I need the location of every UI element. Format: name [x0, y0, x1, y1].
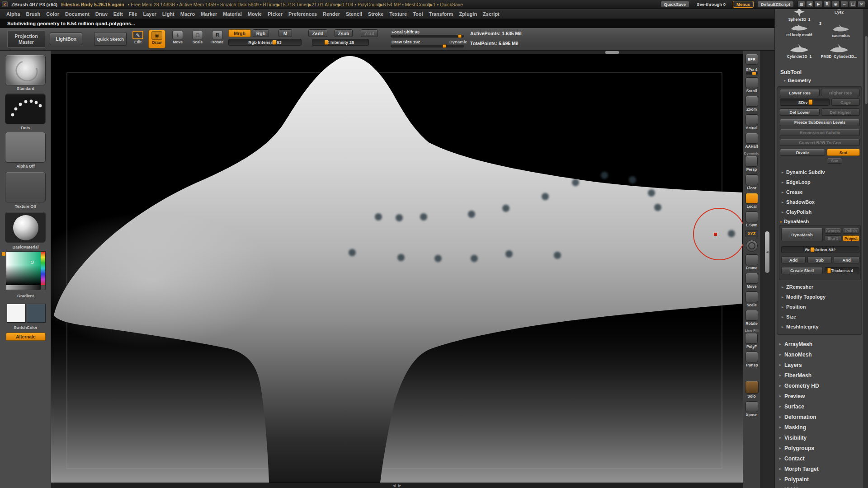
local-pivot-button[interactable]: Local	[745, 193, 758, 209]
window-button[interactable]: □	[849, 1, 857, 8]
window-button[interactable]: −	[840, 1, 848, 8]
palette-section-header[interactable]: Layers	[775, 360, 863, 370]
tool-item[interactable]: PM3D_Cylinder3D...	[820, 43, 858, 59]
see-through-slider[interactable]: See-through 0	[693, 1, 729, 8]
orbit-button[interactable]	[746, 240, 758, 252]
project-toggle[interactable]: Project	[843, 235, 859, 241]
move-mode-button[interactable]: + Move	[169, 30, 186, 48]
mrgb-button[interactable]: Mrgb	[228, 29, 251, 37]
rotate-3d-button[interactable]: Rotate	[745, 310, 758, 326]
palette-section-header[interactable]: Polygroups	[775, 443, 863, 453]
menu-item[interactable]: Edit	[113, 11, 123, 17]
subsection-header[interactable]: MeshIntegrity	[777, 322, 862, 332]
blur-slider[interactable]: Blur 2	[825, 235, 841, 241]
menu-item[interactable]: Tool	[413, 11, 423, 17]
draw-size-slider[interactable]	[391, 45, 464, 47]
value-strip[interactable]	[6, 285, 41, 290]
bpr-button[interactable]: BPR	[745, 54, 758, 65]
perspective-button[interactable]: Dynamic Persp	[744, 151, 759, 172]
scale-3d-button[interactable]: Scale	[745, 291, 758, 307]
solo-button[interactable]: Solo	[745, 381, 759, 399]
menu-item[interactable]: Texture	[389, 11, 407, 17]
polyframe-button[interactable]: Line Fill PolyF	[745, 328, 758, 349]
window-button[interactable]: ◉	[832, 1, 840, 8]
palette-section-header[interactable]: Visibility	[775, 432, 863, 443]
edit-mode-button[interactable]: ✎ Edit	[129, 30, 146, 48]
menu-item[interactable]: Material	[223, 11, 242, 17]
canvas-top-scrollbar[interactable]	[51, 51, 743, 54]
transparency-button[interactable]: Transp	[745, 352, 758, 367]
default-zscript-button[interactable]: DefaultZScript	[757, 1, 794, 8]
dynamesh-button[interactable]: DynaMesh	[781, 228, 823, 241]
subsection-header[interactable]: Size	[777, 312, 862, 322]
cage-button[interactable]: Cage	[831, 99, 860, 106]
main-color-swatch[interactable]	[7, 304, 26, 323]
spix-slider[interactable]: SPix 4	[746, 67, 758, 75]
m-button[interactable]: M	[278, 29, 292, 37]
menu-item[interactable]: Preferences	[288, 11, 317, 17]
menu-item[interactable]: Document	[65, 11, 90, 17]
z-intensity-slider[interactable]: Z Intensity 25	[312, 39, 369, 46]
lsym-button[interactable]: L.Sym	[745, 211, 758, 227]
subsection-header[interactable]: Modify Topology	[777, 292, 862, 302]
quicksave-button[interactable]: QuickSave	[660, 1, 690, 8]
create-shell-button[interactable]: Create Shell	[781, 267, 823, 274]
and-mode-button[interactable]: And	[834, 256, 859, 263]
zadd-button[interactable]: Zadd	[308, 29, 327, 37]
quick-sketch-button[interactable]: Quick Sketch	[94, 32, 127, 46]
rgb-button[interactable]: Rgb	[253, 29, 269, 37]
stroke-selector-thumbnail[interactable]	[5, 94, 46, 124]
resolution-slider[interactable]: Resolution 832	[781, 246, 859, 253]
color-picker[interactable]	[6, 251, 46, 290]
alpha-selector-thumbnail[interactable]	[5, 132, 46, 163]
sdiv-slider[interactable]: SDiv 4	[780, 99, 830, 106]
viewport[interactable]	[51, 54, 743, 483]
dynamic-label[interactable]: Dynamic	[449, 39, 467, 44]
menu-item[interactable]: Brush	[26, 11, 41, 17]
scroll-button[interactable]: Scroll	[745, 77, 758, 93]
floor-grid-button[interactable]: Floor	[745, 174, 758, 190]
rgb-intensity-slider[interactable]: Rgb Intensity 63	[228, 39, 302, 46]
subsection-header[interactable]: Crease	[777, 187, 862, 197]
gradient-label[interactable]: Gradient	[0, 294, 51, 298]
thickness-slider[interactable]: Thickness 4	[825, 267, 859, 274]
panel-scrollbar[interactable]	[863, 9, 868, 488]
menu-item[interactable]: Movie	[248, 11, 262, 17]
higher-res-button[interactable]: Higher Res	[821, 89, 860, 96]
texture-selector-thumbnail[interactable]	[5, 172, 46, 202]
menu-item[interactable]: Stroke	[368, 11, 383, 17]
dynamesh-section-header[interactable]: DynaMesh	[777, 218, 862, 225]
draw-mode-button[interactable]: ◉ Draw	[148, 30, 165, 48]
del-higher-button[interactable]: Del Higher	[821, 108, 860, 116]
palette-section-header[interactable]: Contact	[775, 453, 863, 464]
menus-toggle-button[interactable]: Menus	[733, 1, 754, 8]
menu-item[interactable]: Marker	[201, 11, 217, 17]
menu-item[interactable]: File	[129, 11, 137, 17]
menu-item[interactable]: Layer	[143, 11, 156, 17]
rotate-mode-button[interactable]: R Rotate	[209, 30, 226, 48]
window-button[interactable]: ◀	[806, 1, 814, 8]
xpose-button[interactable]: Xpose	[745, 401, 758, 417]
reconstruct-subdiv-button[interactable]: Reconstruct Subdiv	[780, 129, 860, 136]
lightbox-button[interactable]: LightBox	[50, 33, 82, 45]
alternate-button[interactable]: Alternate	[6, 333, 46, 341]
tool-item[interactable]: ed body mod6	[780, 23, 818, 37]
subsection-header[interactable]: ZRemesher	[777, 282, 862, 292]
menu-item[interactable]: Macro	[180, 11, 195, 17]
zcut-button[interactable]: Zcut	[361, 29, 378, 37]
hue-strip[interactable]	[41, 252, 45, 285]
menu-item[interactable]: Color	[46, 11, 59, 17]
canvas-bottom-scrollbar[interactable]: ◀ ▶	[51, 483, 743, 488]
divider-drag-handle[interactable]: ◀	[765, 231, 769, 273]
tool-item[interactable]: Eye2	[820, 9, 858, 14]
groups-toggle[interactable]: Groups	[825, 228, 841, 234]
tool-item[interactable]: Cylinder3D_1	[780, 43, 818, 59]
window-button[interactable]: R	[823, 1, 831, 8]
geometry-section-header[interactable]: Geometry	[784, 78, 811, 83]
menu-item[interactable]: Alpha	[6, 11, 20, 17]
secondary-color-swatch[interactable]	[27, 304, 46, 323]
suv-toggle[interactable]: Suv	[827, 158, 842, 164]
convert-bpr-button[interactable]: Convert BPR To Geo	[780, 139, 860, 146]
polish-toggle[interactable]: Polish	[843, 228, 859, 234]
palette-section-header[interactable]: FiberMesh	[775, 370, 863, 380]
